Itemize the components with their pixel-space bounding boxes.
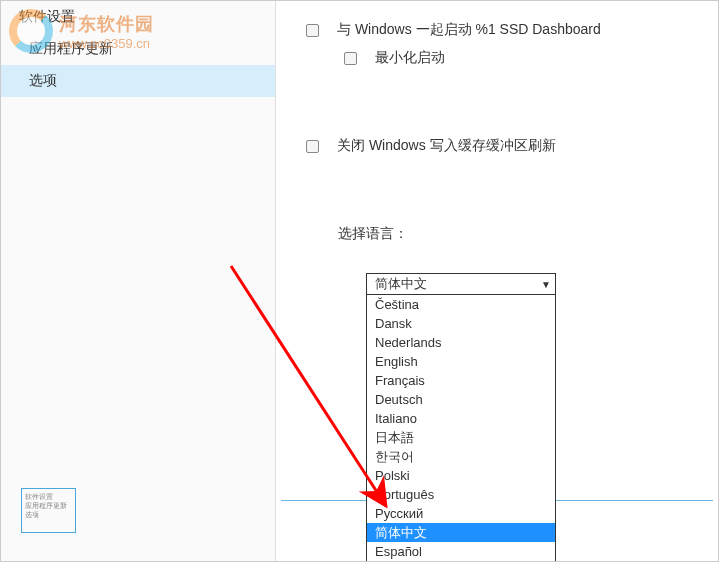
language-option[interactable]: 简体中文 [367,523,555,542]
language-option[interactable]: Français [367,371,555,390]
checkbox-minimize[interactable] [344,52,357,65]
chevron-down-icon: ▼ [541,279,551,290]
label-minimize: 最小化启动 [375,49,445,67]
sidebar-item-settings[interactable]: 软件设置 [1,1,275,33]
language-option[interactable]: Nederlands [367,333,555,352]
thumbnail-preview: 软件设置 应用程序更新 选项 [21,488,76,533]
language-option[interactable]: Dansk [367,314,555,333]
checkbox-cache[interactable] [306,140,319,153]
label-startup: 与 Windows 一起启动 %1 SSD Dashboard [337,21,601,39]
language-option[interactable]: Português [367,485,555,504]
language-label: 选择语言： [338,225,688,243]
sidebar: 软件设置 应用程序更新 选项 软件设置 应用程序更新 选项 [1,1,276,561]
language-option[interactable]: Deutsch [367,390,555,409]
label-cache: 关闭 Windows 写入缓存缓冲区刷新 [337,137,556,155]
main-content: 与 Windows 一起启动 %1 SSD Dashboard 最小化启动 关闭… [276,1,718,561]
language-dropdown: ČeštinaDanskNederlandsEnglishFrançaisDeu… [366,295,556,562]
sidebar-item-options[interactable]: 选项 [1,65,275,97]
language-option[interactable]: Čeština [367,295,555,314]
checkbox-startup[interactable] [306,24,319,37]
language-option[interactable]: Español [367,542,555,561]
language-option[interactable]: English [367,352,555,371]
language-select[interactable]: 简体中文 ▼ [366,273,556,295]
sidebar-item-update[interactable]: 应用程序更新 [1,33,275,65]
language-option[interactable]: Русский [367,504,555,523]
language-select-value: 简体中文 [375,275,427,293]
language-option[interactable]: Polski [367,466,555,485]
language-option[interactable]: Italiano [367,409,555,428]
language-option[interactable]: 日本語 [367,428,555,447]
language-option[interactable]: 한국어 [367,447,555,466]
